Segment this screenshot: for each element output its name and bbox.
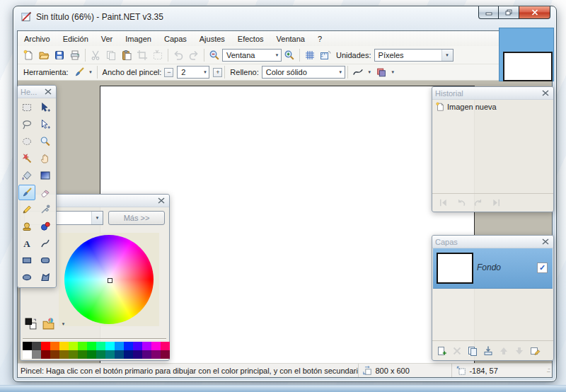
resize-grip[interactable]: .:: — [540, 367, 552, 375]
palette-swatch[interactable] — [105, 342, 115, 350]
history-rewind-button[interactable] — [438, 197, 449, 208]
tool-move-selected-pixels[interactable] — [37, 100, 54, 115]
tool-magic-wand[interactable] — [18, 151, 35, 166]
palette-swatch[interactable] — [124, 350, 133, 359]
palette-swatch[interactable] — [32, 342, 41, 350]
tool-rectangle-select[interactable] — [18, 100, 35, 115]
crop-button[interactable] — [134, 48, 150, 62]
undo-button[interactable] — [171, 48, 186, 62]
antialiasing-mode-icon[interactable] — [350, 65, 366, 79]
tool-rectangle[interactable] — [18, 253, 35, 268]
history-redo-button[interactable] — [473, 197, 484, 208]
colors-window-close-icon[interactable] — [156, 197, 166, 205]
tool-pan[interactable] — [37, 151, 54, 166]
menu-help[interactable]: ? — [311, 33, 328, 45]
tool-eraser[interactable] — [37, 185, 54, 200]
close-button[interactable] — [519, 6, 550, 19]
menu-imagen[interactable]: Imagen — [119, 33, 158, 45]
zoom-mode-dropdown[interactable]: Ventana — [222, 49, 282, 62]
ruler-toggle-button[interactable] — [318, 48, 333, 62]
tool-gradient[interactable] — [37, 168, 54, 183]
menu-ver[interactable]: Ver — [95, 33, 120, 45]
menu-archivo[interactable]: Archivo — [18, 33, 57, 45]
layer-properties-button[interactable] — [529, 345, 541, 357]
palette-swatch[interactable] — [96, 350, 105, 359]
menu-edicin[interactable]: Edición — [57, 33, 95, 45]
copy-button[interactable] — [103, 48, 119, 62]
grid-toggle-button[interactable] — [302, 48, 318, 62]
history-undo-button[interactable] — [456, 197, 466, 208]
history-item[interactable]: Imagen nueva — [434, 100, 552, 113]
palette-swatch[interactable] — [151, 350, 161, 359]
deselect-button[interactable] — [150, 48, 166, 62]
chevron-down-icon[interactable] — [389, 70, 397, 74]
history-window-close-icon[interactable] — [541, 89, 550, 98]
palette-swatch[interactable] — [124, 342, 133, 350]
palette-swatch[interactable] — [41, 350, 50, 359]
merge-layer-down-button[interactable] — [483, 345, 494, 357]
palette-swatch[interactable] — [23, 342, 32, 350]
brush-width-increase-button[interactable]: + — [213, 68, 222, 77]
layers-window-titlebar[interactable]: Capas — [432, 236, 553, 248]
layer-visibility-checkbox[interactable] — [537, 263, 548, 273]
history-fast-forward-button[interactable] — [491, 197, 502, 208]
tool-rounded-rectangle[interactable] — [37, 253, 54, 268]
palette-swatch[interactable] — [50, 342, 59, 350]
units-dropdown[interactable]: Píxeles — [374, 49, 454, 62]
palette-swatch[interactable] — [78, 342, 87, 350]
tool-lasso-select[interactable] — [18, 117, 35, 132]
palette-swatch[interactable] — [133, 350, 142, 359]
open-button[interactable] — [36, 48, 52, 62]
tools-window-titlebar[interactable]: He... — [18, 86, 56, 98]
tool-pencil[interactable] — [18, 202, 35, 217]
add-layer-button[interactable] — [436, 345, 447, 357]
restore-button[interactable] — [499, 6, 519, 19]
tool-paint-bucket[interactable] — [18, 168, 35, 183]
palette-swatch[interactable] — [59, 342, 69, 350]
zoom-out-button[interactable] — [207, 48, 222, 62]
tool-ellipse-select[interactable] — [18, 134, 35, 149]
more-options-button[interactable]: Más >> — [108, 211, 165, 225]
paste-button[interactable] — [119, 48, 134, 62]
save-button[interactable] — [52, 48, 67, 62]
palette-swatch[interactable] — [142, 342, 151, 350]
palette-swatch[interactable] — [133, 342, 142, 350]
tool-move-selection[interactable] — [37, 117, 54, 132]
palette-swatch[interactable] — [115, 350, 124, 359]
current-tool-brush-icon[interactable] — [71, 65, 87, 79]
menu-efectos[interactable]: Efectos — [231, 33, 270, 45]
blend-mode-icon[interactable] — [374, 65, 389, 79]
menu-ventana[interactable]: Ventana — [270, 33, 311, 45]
tool-text[interactable]: A — [18, 236, 35, 251]
tool-clone-stamp[interactable] — [18, 219, 35, 234]
layers-window-close-icon[interactable] — [541, 238, 550, 246]
palette-swatch[interactable] — [41, 342, 50, 350]
palette-swatch[interactable] — [23, 350, 32, 359]
menu-ajustes[interactable]: Ajustes — [193, 33, 231, 45]
tool-zoom[interactable] — [37, 134, 54, 149]
duplicate-layer-button[interactable] — [467, 345, 478, 357]
print-button[interactable] — [67, 48, 83, 62]
palette-swatch[interactable] — [161, 342, 170, 350]
tool-freeform-shape[interactable] — [37, 270, 54, 285]
tools-window-close-icon[interactable] — [43, 88, 53, 96]
tool-line-curve[interactable] — [37, 236, 54, 251]
palette-swatch[interactable] — [115, 342, 124, 350]
chevron-down-icon[interactable] — [366, 70, 374, 74]
tool-ellipse[interactable] — [18, 270, 35, 285]
cut-button[interactable] — [88, 48, 103, 62]
menu-capas[interactable]: Capas — [158, 33, 193, 45]
chevron-down-icon[interactable] — [59, 322, 67, 326]
minimize-button[interactable] — [478, 6, 499, 19]
redo-button[interactable] — [186, 48, 202, 62]
color-wheel-marker[interactable] — [108, 278, 112, 283]
palette-swatch[interactable] — [69, 342, 78, 350]
palette-swatch[interactable] — [32, 350, 41, 359]
tool-recolor[interactable] — [37, 219, 54, 234]
palette-swatch[interactable] — [105, 350, 115, 359]
brush-width-decrease-button[interactable]: − — [164, 68, 173, 77]
tool-paintbrush[interactable] — [18, 185, 35, 200]
palette-swatch[interactable] — [59, 350, 69, 359]
history-window-titlebar[interactable]: Historial — [432, 87, 553, 100]
palette-menu-icon[interactable] — [42, 317, 55, 330]
